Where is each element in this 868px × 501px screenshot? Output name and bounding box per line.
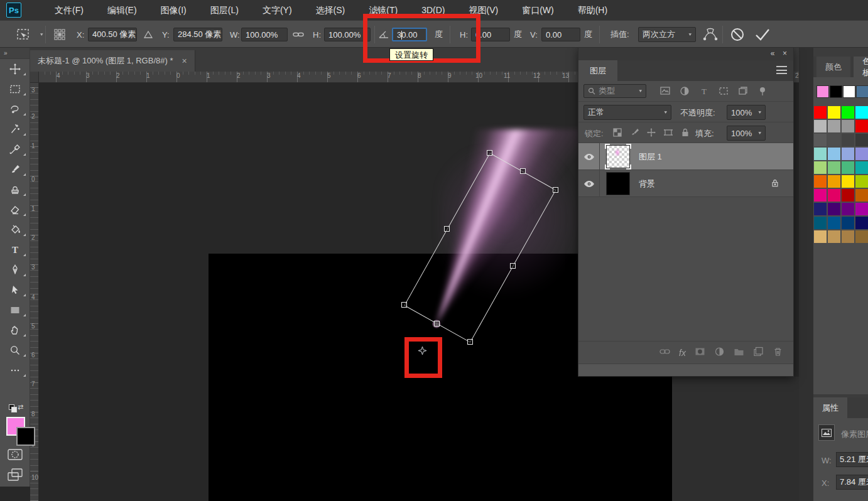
color-swatch[interactable]: [814, 217, 827, 229]
shape-tool[interactable]: [0, 300, 30, 320]
recent-color-swatch[interactable]: [830, 85, 842, 98]
menu-item-5[interactable]: 选择(S): [304, 0, 357, 20]
color-swatch[interactable]: [814, 161, 827, 174]
color-swatch[interactable]: [842, 106, 854, 119]
close-panel-icon[interactable]: ×: [783, 49, 788, 58]
color-swatch[interactable]: [828, 203, 840, 215]
marquee-tool[interactable]: [0, 79, 30, 99]
tool-preset-chevron-icon[interactable]: ▾: [35, 21, 43, 48]
rotation-input[interactable]: 30.00: [392, 28, 427, 41]
layer-mask-icon[interactable]: [695, 347, 705, 358]
swap-colors-icon[interactable]: ⇄: [18, 403, 23, 411]
layer-filter-select[interactable]: 类型 ▾: [583, 84, 646, 98]
adjustment-filter-icon[interactable]: [677, 84, 692, 98]
color-swatch[interactable]: [828, 148, 840, 160]
eye-icon[interactable]: [583, 180, 595, 188]
w-input[interactable]: 100.00%: [241, 28, 288, 41]
eye-icon[interactable]: [583, 153, 595, 161]
menu-item-9[interactable]: 窗口(W): [510, 0, 566, 20]
color-swatch[interactable]: [814, 120, 827, 132]
fx-icon[interactable]: fx: [679, 348, 686, 358]
opacity-select[interactable]: 100%▾: [727, 105, 766, 120]
hand-tool[interactable]: [0, 320, 30, 340]
color-swatch[interactable]: [828, 106, 840, 119]
menu-item-1[interactable]: 编辑(E): [95, 0, 149, 20]
color-swatch[interactable]: [855, 217, 868, 229]
color-swatch[interactable]: [828, 217, 840, 229]
color-swatch[interactable]: [828, 230, 840, 243]
color-swatch[interactable]: [828, 189, 840, 202]
lock-artboard-icon[interactable]: [661, 126, 676, 139]
more-tools[interactable]: [0, 360, 30, 380]
zoom-tool[interactable]: [0, 340, 30, 360]
color-swatch[interactable]: [842, 134, 854, 146]
delta-icon[interactable]: [143, 21, 153, 48]
color-swatch[interactable]: [855, 161, 868, 174]
menu-item-2[interactable]: 图像(I): [149, 0, 198, 20]
color-swatch[interactable]: [814, 175, 827, 188]
color-swatch[interactable]: [814, 106, 827, 119]
color-swatch[interactable]: [814, 203, 827, 215]
screen-mode-icon[interactable]: [0, 465, 30, 485]
new-layer-icon[interactable]: [753, 347, 764, 358]
menu-item-4[interactable]: 文字(Y): [251, 0, 304, 20]
lock-paint-icon[interactable]: [627, 126, 642, 139]
recent-color-swatch[interactable]: [856, 85, 868, 98]
eraser-tool[interactable]: [0, 200, 30, 220]
color-swatch[interactable]: [855, 175, 868, 188]
h-input[interactable]: 100.00%: [324, 28, 371, 41]
h-skew-input[interactable]: 0.00: [471, 28, 510, 41]
blend-mode-select[interactable]: 正常▾: [583, 105, 671, 120]
eyedropper-tool[interactable]: [0, 139, 30, 159]
transform-handle[interactable]: [401, 302, 407, 308]
document-tab[interactable]: 未标题-1 @ 100% (图层 1, RGB/8#) * ×: [30, 50, 195, 72]
color-swatch[interactable]: [842, 148, 854, 160]
link-layers-icon[interactable]: [659, 347, 670, 358]
color-swatch[interactable]: [814, 189, 827, 202]
menu-item-10[interactable]: 帮助(H): [566, 0, 619, 20]
color-swatch[interactable]: [814, 230, 827, 243]
clone-stamp-tool[interactable]: [0, 180, 30, 200]
color-swatch[interactable]: [828, 134, 840, 146]
color-swatch[interactable]: [842, 175, 854, 188]
color-swatch[interactable]: [842, 120, 854, 132]
color-swatch[interactable]: [855, 106, 868, 119]
recent-color-swatch[interactable]: [816, 85, 829, 98]
group-icon[interactable]: [734, 347, 744, 358]
color-swatch[interactable]: [855, 189, 868, 202]
paint-bucket-tool[interactable]: [0, 220, 30, 240]
color-swatch[interactable]: [842, 230, 854, 243]
transform-handle[interactable]: [553, 187, 558, 193]
transform-handle[interactable]: [434, 321, 440, 326]
color-swatch[interactable]: [842, 217, 854, 229]
quick-select-tool[interactable]: [0, 119, 30, 139]
v-skew-input[interactable]: 0.00: [541, 28, 580, 41]
transform-handle[interactable]: [444, 226, 450, 232]
tab-color[interactable]: 颜色: [816, 57, 850, 77]
adjustment-layer-icon[interactable]: [714, 347, 725, 358]
layer-row-0[interactable]: 图层 1: [578, 143, 793, 170]
lock-move-icon[interactable]: [644, 126, 659, 139]
cancel-icon[interactable]: [730, 21, 745, 48]
prop-x-input[interactable]: 7.84 厘米: [836, 475, 868, 490]
transform-handle[interactable]: [467, 339, 473, 345]
move-tool[interactable]: [0, 59, 30, 79]
toolbar-collapse-icon[interactable]: »: [0, 48, 30, 59]
quick-mask-icon[interactable]: [0, 444, 30, 465]
layer-row-1[interactable]: 背景: [578, 170, 793, 197]
tab-layers[interactable]: 图层: [578, 60, 617, 81]
pixel-filter-icon[interactable]: [658, 84, 673, 98]
transform-handle[interactable]: [510, 263, 516, 269]
fill-select[interactable]: 100%▾: [727, 126, 766, 141]
close-tab-icon[interactable]: ×: [182, 56, 187, 66]
transform-handle[interactable]: [520, 168, 526, 174]
color-swatch[interactable]: [842, 189, 854, 202]
color-swatch[interactable]: [828, 175, 840, 188]
layer-thumbnail[interactable]: [606, 145, 630, 168]
tab-properties[interactable]: 属性: [813, 397, 847, 418]
color-swatch[interactable]: [855, 148, 868, 160]
brush-tool[interactable]: [0, 159, 30, 180]
menu-item-7[interactable]: 3D(D): [410, 0, 457, 20]
color-swatch[interactable]: [842, 203, 854, 215]
color-swatch[interactable]: [828, 161, 840, 174]
